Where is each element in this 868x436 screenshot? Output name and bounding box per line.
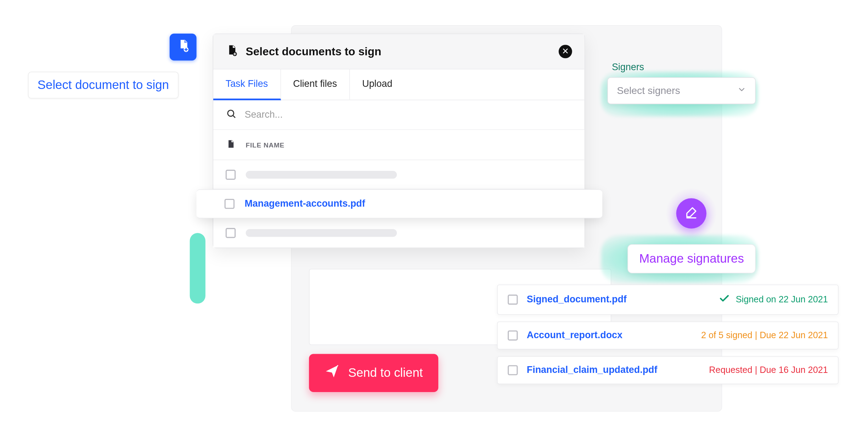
- column-header-label: FILE NAME: [246, 141, 284, 149]
- placeholder-line: [246, 229, 397, 237]
- placeholder-line: [246, 171, 397, 178]
- file-row[interactable]: [213, 218, 585, 247]
- file-name: Account_report.docx: [527, 330, 622, 341]
- row-checkbox[interactable]: [508, 295, 518, 304]
- signers-block: Signers Select signers: [607, 62, 756, 104]
- pencil-badge[interactable]: [676, 198, 706, 228]
- signers-dropdown[interactable]: Select signers: [607, 77, 756, 104]
- pencil-glow: [666, 188, 717, 239]
- status-row[interactable]: Financial_claim_updated.pdf Requested | …: [497, 356, 839, 384]
- manage-signatures-block: Manage signatures: [627, 235, 756, 273]
- modal-title: Select documents to sign: [246, 45, 382, 58]
- signers-placeholder: Select signers: [617, 85, 680, 96]
- row-checkbox[interactable]: [225, 199, 235, 209]
- status-text: Requested | Due 16 Jun 2021: [709, 365, 828, 375]
- manage-signatures-button[interactable]: Manage signatures: [627, 244, 756, 273]
- paper-plane-icon: [325, 364, 339, 382]
- decorative-accent: [190, 233, 205, 303]
- add-document-square-button[interactable]: [170, 34, 197, 61]
- document-add-icon: [226, 44, 238, 59]
- tab-task-files[interactable]: Task Files: [213, 69, 281, 100]
- search-input[interactable]: [244, 109, 572, 121]
- row-checkbox[interactable]: [508, 330, 518, 340]
- select-document-pill[interactable]: Select document to sign: [28, 72, 179, 99]
- status-text: 2 of 5 signed | Due 22 Jun 2021: [701, 330, 828, 340]
- search-icon: [226, 108, 237, 122]
- modal-header: Select documents to sign: [213, 34, 585, 69]
- signers-label: Signers: [612, 62, 756, 73]
- check-icon: [719, 293, 730, 306]
- add-document-icon: [176, 39, 190, 55]
- search-row: [213, 100, 585, 130]
- row-checkbox[interactable]: [226, 228, 236, 238]
- select-documents-modal: Select documents to sign Task Files Clie…: [213, 34, 585, 248]
- status-row[interactable]: Account_report.docx 2 of 5 signed | Due …: [497, 322, 839, 350]
- file-name: Management-accounts.pdf: [244, 198, 365, 209]
- close-button[interactable]: [559, 45, 572, 58]
- row-checkbox[interactable]: [226, 169, 236, 179]
- row-checkbox[interactable]: [508, 365, 518, 375]
- file-name: Signed_document.pdf: [527, 294, 627, 306]
- file-icon: [226, 139, 236, 151]
- chevron-down-icon: [737, 85, 746, 96]
- file-name: Financial_claim_updated.pdf: [527, 365, 658, 376]
- file-row[interactable]: [213, 160, 585, 189]
- tab-upload[interactable]: Upload: [350, 69, 405, 100]
- send-button-label: Send to client: [348, 366, 423, 380]
- modal-tabs: Task Files Client files Upload: [213, 69, 585, 100]
- status-text: Signed on 22 Jun 2021: [736, 295, 828, 304]
- send-to-client-button[interactable]: Send to client: [309, 354, 438, 392]
- file-list-header: FILE NAME: [213, 130, 585, 160]
- pencil-sign-icon: [685, 206, 698, 221]
- signature-status-list: Signed_document.pdf Signed on 22 Jun 202…: [497, 285, 839, 384]
- tab-client-files[interactable]: Client files: [281, 69, 350, 100]
- status-row[interactable]: Signed_document.pdf Signed on 22 Jun 202…: [497, 285, 839, 315]
- close-icon: [562, 47, 569, 56]
- file-row-highlighted[interactable]: Management-accounts.pdf: [197, 189, 603, 218]
